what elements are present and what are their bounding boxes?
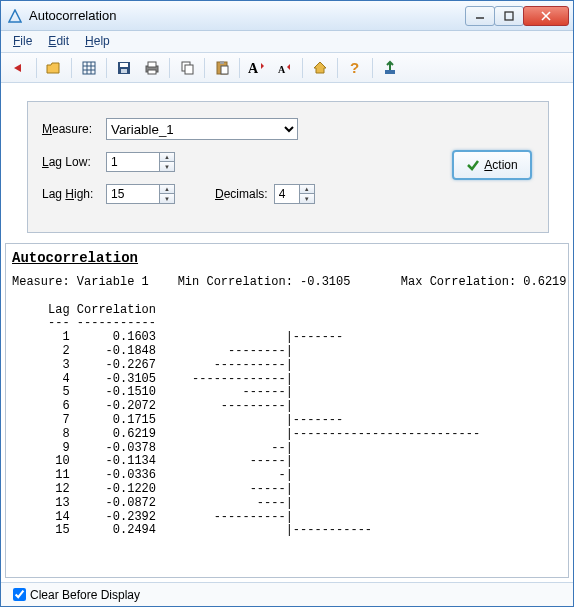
toolbar-separator (239, 58, 240, 78)
open-icon[interactable] (42, 56, 66, 80)
form-panel: Measure: Variable_1 Lag Low: ▲▼ Lag High… (27, 101, 549, 233)
font-increase-icon[interactable]: A (245, 56, 269, 80)
output-text: Measure: Variable 1 Min Correlation: -0.… (12, 276, 562, 538)
titlebar: Autocorrelation (1, 1, 573, 31)
output-title: Autocorrelation (12, 250, 562, 266)
svg-rect-16 (185, 65, 193, 74)
check-icon (466, 158, 480, 172)
help-icon[interactable]: ? (343, 56, 367, 80)
menu-edit[interactable]: Edit (40, 31, 77, 52)
svg-rect-4 (83, 62, 95, 74)
svg-rect-14 (148, 70, 156, 74)
paste-icon[interactable] (210, 56, 234, 80)
svg-rect-10 (120, 63, 128, 67)
output-area[interactable]: Autocorrelation Measure: Variable 1 Min … (5, 243, 569, 578)
svg-text:A: A (248, 61, 259, 76)
home-icon[interactable] (308, 56, 332, 80)
print-icon[interactable] (140, 56, 164, 80)
menu-file[interactable]: File (5, 31, 40, 52)
svg-rect-19 (221, 66, 228, 74)
toolbar-separator (36, 58, 37, 78)
decimals-spinner[interactable]: ▲▼ (300, 184, 315, 204)
form-area: Measure: Variable_1 Lag Low: ▲▼ Lag High… (1, 83, 573, 243)
svg-text:A: A (278, 64, 286, 75)
window: Autocorrelation File Edit Help (0, 0, 574, 607)
font-decrease-icon[interactable]: A (273, 56, 297, 80)
measure-label: Measure: (42, 122, 106, 136)
maximize-button[interactable] (494, 6, 524, 26)
decimals-input[interactable] (274, 184, 300, 204)
minimize-button[interactable] (465, 6, 495, 26)
clear-before-display-checkbox[interactable] (13, 588, 26, 601)
toolbar-separator (204, 58, 205, 78)
save-icon[interactable] (112, 56, 136, 80)
clear-before-display-label[interactable]: Clear Before Display (30, 588, 140, 602)
toolbar-separator (106, 58, 107, 78)
toolbar-separator (372, 58, 373, 78)
back-icon[interactable] (7, 56, 31, 80)
toolbar-separator (71, 58, 72, 78)
svg-rect-18 (220, 61, 224, 64)
laglow-spinner[interactable]: ▲▼ (160, 152, 175, 172)
svg-text:?: ? (350, 60, 359, 76)
laglow-input[interactable] (106, 152, 160, 172)
svg-rect-13 (148, 62, 156, 67)
menubar: File Edit Help (1, 31, 573, 53)
close-button[interactable] (523, 6, 569, 26)
measure-select[interactable]: Variable_1 (106, 118, 298, 140)
window-title: Autocorrelation (29, 8, 116, 23)
laglow-label: Lag Low: (42, 155, 106, 169)
toolbar-separator (169, 58, 170, 78)
exit-icon[interactable] (378, 56, 402, 80)
action-button[interactable]: Action (452, 150, 532, 180)
svg-rect-23 (385, 70, 395, 74)
app-icon (7, 8, 23, 24)
decimals-label: Decimals: (215, 187, 268, 201)
laghigh-label: Lag High: (42, 187, 106, 201)
grid-icon[interactable] (77, 56, 101, 80)
menu-help[interactable]: Help (77, 31, 118, 52)
svg-rect-1 (505, 12, 513, 20)
laghigh-spinner[interactable]: ▲▼ (160, 184, 175, 204)
action-button-label: Action (484, 158, 517, 172)
svg-rect-11 (121, 69, 127, 73)
window-controls (466, 6, 569, 26)
toolbar-separator (302, 58, 303, 78)
toolbar-separator (337, 58, 338, 78)
toolbar: A A ? (1, 53, 573, 83)
statusbar: Clear Before Display (1, 582, 573, 606)
copy-icon[interactable] (175, 56, 199, 80)
laghigh-input[interactable] (106, 184, 160, 204)
